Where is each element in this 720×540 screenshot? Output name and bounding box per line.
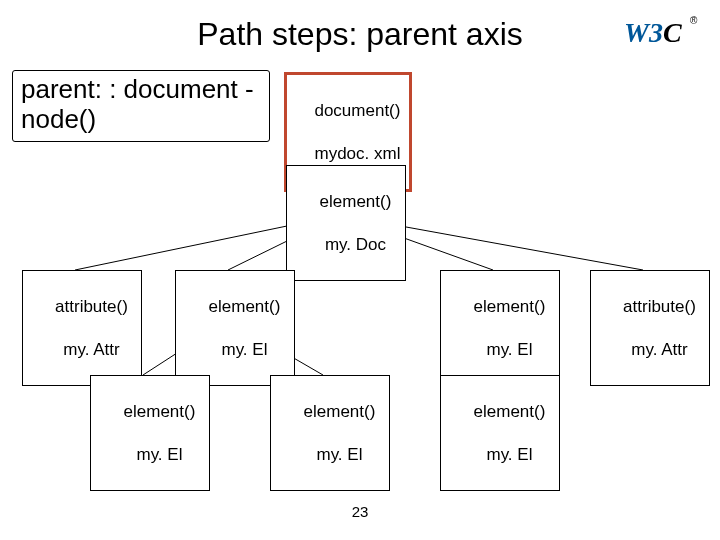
node-label-line2: my. Attr bbox=[631, 340, 687, 359]
node-label-line1: element() bbox=[474, 297, 546, 316]
node-attribute-right: attribute() my. Attr bbox=[590, 270, 710, 386]
node-label-line2: my. El bbox=[316, 445, 362, 464]
node-leaf-3: element() my. El bbox=[440, 375, 560, 491]
node-label-line2: my. Doc bbox=[325, 235, 386, 254]
node-label-line2: my. El bbox=[486, 340, 532, 359]
node-label-line1: element() bbox=[304, 402, 376, 421]
node-label-line1: element() bbox=[209, 297, 281, 316]
node-label-line1: attribute() bbox=[55, 297, 128, 316]
node-label-line2: my. El bbox=[221, 340, 267, 359]
node-label-line1: document() bbox=[314, 101, 400, 120]
node-label-line2: my. El bbox=[136, 445, 182, 464]
node-attribute-left: attribute() my. Attr bbox=[22, 270, 142, 386]
node-label-line2: mydoc. xml bbox=[314, 144, 400, 163]
node-label-line1: element() bbox=[474, 402, 546, 421]
node-label-line2: my. Attr bbox=[63, 340, 119, 359]
node-label-line1: attribute() bbox=[623, 297, 696, 316]
node-element-right: element() my. El bbox=[440, 270, 560, 386]
node-element-left: element() my. El bbox=[175, 270, 295, 386]
node-label-line1: element() bbox=[124, 402, 196, 421]
node-label-line1: element() bbox=[320, 192, 392, 211]
node-leaf-2: element() my. El bbox=[270, 375, 390, 491]
slide: Path steps: parent axis W3C ® parent: : … bbox=[0, 0, 720, 540]
node-root-element: element() my. Doc bbox=[286, 165, 406, 281]
node-label-line2: my. El bbox=[486, 445, 532, 464]
node-leaf-1: element() my. El bbox=[90, 375, 210, 491]
